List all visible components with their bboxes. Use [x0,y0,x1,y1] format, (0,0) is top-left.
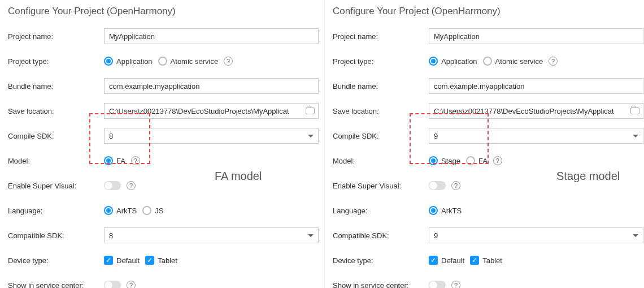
super-visual-toggle[interactable] [429,181,446,190]
compile-sdk-select[interactable]: 8 [104,128,319,144]
help-icon[interactable]: ? [549,57,558,66]
radio-js[interactable]: JS [142,206,163,215]
bundle-name-input[interactable]: com.example.myapplication [104,78,319,94]
radio-application[interactable]: Application [429,57,477,66]
help-icon[interactable]: ? [493,156,502,165]
compile-sdk-select[interactable]: 9 [429,128,643,144]
radio-atomic-service[interactable]: Atomic service [158,57,219,66]
compatible-sdk-select[interactable]: 9 [429,227,643,243]
label-save-location: Save location: [8,107,104,115]
label-compile-sdk: Compile SDK: [333,132,429,140]
bundle-name-input[interactable]: com.example.myapplication [429,78,643,94]
project-name-input[interactable]: MyApplication [429,28,643,44]
label-project-name: Project name: [333,32,429,41]
annotation-text: Stage model [556,170,620,183]
annotation-text: FA model [215,170,262,183]
radio-fa[interactable]: FA [466,156,488,165]
label-show-in-service-center: Show in service center: [333,281,429,289]
save-location-input[interactable]: C:\Users\z00213778\DevEcoStudioProjects\… [104,103,319,119]
label-show-in-service-center: Show in service center: [8,281,104,289]
folder-icon[interactable] [630,108,639,114]
label-language: Language: [8,207,104,215]
label-project-type: Project type: [8,57,104,66]
checkbox-tablet[interactable]: ✓Tablet [470,256,502,265]
label-device-type: Device type: [333,256,429,265]
page-title: Configure Your Project (OpenHarmony) [8,6,319,17]
label-project-name: Project name: [8,32,104,41]
checkbox-default[interactable]: ✓Default [104,256,140,265]
label-bundle-name: Bundle name: [333,82,429,91]
help-icon[interactable]: ? [224,57,233,66]
label-save-location: Save location: [333,107,429,115]
label-enable-super-visual: Enable Super Visual: [8,182,104,190]
service-center-toggle[interactable] [429,281,446,288]
service-center-toggle[interactable] [104,281,121,288]
help-icon[interactable]: ? [451,181,460,190]
label-model: Model: [8,157,104,165]
help-icon[interactable]: ? [131,156,140,165]
help-icon[interactable]: ? [127,281,136,288]
label-model: Model: [333,157,429,165]
radio-fa[interactable]: FA [104,156,125,165]
radio-stage[interactable]: Stage [429,156,460,165]
radio-atomic-service[interactable]: Atomic service [483,57,543,66]
help-icon[interactable]: ? [127,181,136,190]
radio-arkts[interactable]: ArkTS [104,206,137,215]
chevron-down-icon [633,234,638,237]
label-compatible-sdk: Compatible SDK: [8,231,104,240]
help-icon[interactable]: ? [451,281,460,288]
label-compile-sdk: Compile SDK: [8,132,104,140]
super-visual-toggle[interactable] [104,181,121,190]
radio-arkts[interactable]: ArkTS [429,206,462,215]
chevron-down-icon [308,135,314,137]
chevron-down-icon [308,234,314,237]
compatible-sdk-select[interactable]: 8 [104,227,319,243]
radio-application[interactable]: Application [104,57,153,66]
panel-stage-model: Configure Your Project (OpenHarmony) Pro… [324,0,644,288]
label-project-type: Project type: [333,57,429,66]
chevron-down-icon [633,135,638,137]
label-bundle-name: Bundle name: [8,82,104,91]
project-name-input[interactable]: MyApplication [104,28,319,44]
label-enable-super-visual: Enable Super Visual: [333,182,429,190]
label-language: Language: [333,207,429,215]
checkbox-tablet[interactable]: ✓Tablet [145,256,177,265]
label-compatible-sdk: Compatible SDK: [333,231,429,240]
checkbox-default[interactable]: ✓Default [429,256,464,265]
folder-icon[interactable] [306,108,315,114]
panel-fa-model: Configure Your Project (OpenHarmony) Pro… [0,0,324,288]
save-location-input[interactable]: C:\Users\z00213778\DevEcoStudioProjects\… [429,103,643,119]
page-title: Configure Your Project (OpenHarmony) [333,6,643,17]
label-device-type: Device type: [8,256,104,265]
